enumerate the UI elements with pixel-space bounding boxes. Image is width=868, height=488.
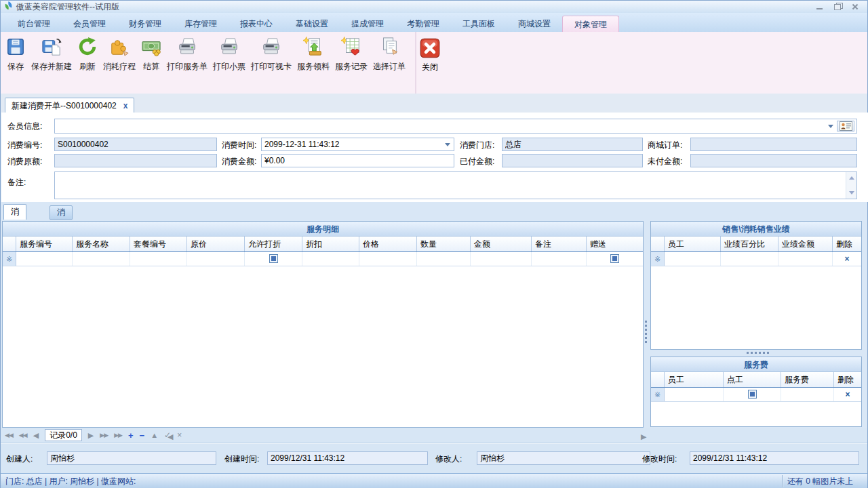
appointed-checkbox[interactable] <box>748 390 757 399</box>
fee-new-row[interactable]: ※ × <box>651 388 861 402</box>
service-records-button[interactable]: 服务记录 <box>332 33 370 74</box>
modify-time-label: 修改时间: <box>642 452 677 466</box>
menu-item-attendance[interactable]: 考勤管理 <box>395 16 451 32</box>
scroll-down-icon[interactable] <box>849 191 854 195</box>
menu-item-reports[interactable]: 报表中心 <box>229 16 284 32</box>
remark-input[interactable] <box>55 172 845 199</box>
select-order-button[interactable]: 选择订单 <box>370 33 408 74</box>
vertical-splitter[interactable] <box>645 321 648 343</box>
gift-checkbox[interactable] <box>610 254 619 263</box>
performance-header-row: 员工 业绩百分比 业绩金额 删除 <box>651 237 861 252</box>
document-tab-close-icon[interactable]: x <box>123 99 128 113</box>
col-delete[interactable]: 删除 <box>834 372 861 387</box>
service-materials-button[interactable]: 服务领料 <box>294 33 332 74</box>
service-new-row[interactable]: ※ <box>3 252 643 266</box>
minimize-icon[interactable] <box>814 3 825 11</box>
nav-delete-icon[interactable]: − <box>140 430 145 441</box>
col-remark[interactable]: 备注 <box>532 237 587 251</box>
chevron-down-icon[interactable] <box>445 143 450 146</box>
sales-performance-title: 销售\消耗销售业绩 <box>651 222 861 237</box>
restore-icon[interactable] <box>832 3 843 11</box>
consume-amount-field[interactable] <box>261 154 454 167</box>
member-info-combo[interactable] <box>54 119 857 134</box>
nav-prior-page-icon[interactable]: ◀◀ <box>19 432 27 439</box>
order-form: 会员信息: 消费编号: 消费时间: 2099-12-31 11:43:12 消费… <box>1 113 868 202</box>
consume-course-button[interactable]: 消耗疗程 <box>100 33 138 74</box>
document-tab-title: 新建消费开单--S0010000402 <box>12 99 117 113</box>
menu-item-tools[interactable]: 工具面板 <box>451 16 507 32</box>
col-gift[interactable]: 赠送 <box>587 237 643 251</box>
consume-time-field[interactable]: 2099-12-31 11:43:12 <box>261 138 454 151</box>
nav-next-page-icon[interactable]: ▶▶ <box>100 432 108 439</box>
tab-consume-service[interactable]: 消费服务 <box>3 204 26 220</box>
col-service-fee[interactable]: 服务费 <box>781 372 834 387</box>
nav-edit-icon[interactable]: ▲ <box>151 431 158 439</box>
save-button[interactable]: 保存 <box>3 33 28 74</box>
consume-amount-label: 消费金额: <box>222 155 256 168</box>
row-selector-header <box>651 372 665 387</box>
performance-new-row[interactable]: ※ × <box>651 252 861 266</box>
chevron-down-icon[interactable] <box>828 125 833 128</box>
save-and-new-button[interactable]: 保存并新建 <box>28 33 75 74</box>
window-title: 傲蓝美容院管理软件--试用版 <box>16 1 119 13</box>
menu-item-inventory[interactable]: 库存管理 <box>173 16 229 32</box>
menu-item-mall-settings[interactable]: 商城设置 <box>507 16 562 32</box>
remark-scrollbar[interactable] <box>846 172 856 199</box>
scroll-up-icon[interactable] <box>849 176 854 180</box>
col-service-no[interactable]: 服务编号 <box>16 237 73 251</box>
allow-discount-checkbox[interactable] <box>269 254 278 263</box>
menu-item-object-management[interactable]: 对象管理 <box>562 16 619 32</box>
settle-button[interactable]: 结算 <box>138 33 164 74</box>
print-visual-card-button[interactable]: 打印可视卡 <box>248 33 294 74</box>
nav-cancel-icon[interactable]: × <box>177 430 182 440</box>
print-service-sheet-button[interactable]: 打印服务单 <box>164 33 210 74</box>
status-upload-text: 还有 0 幅图片未上传。 <box>787 476 867 488</box>
col-perf-percent[interactable]: 业绩百分比 <box>721 237 778 251</box>
menu-item-basic-settings[interactable]: 基础设置 <box>284 16 340 32</box>
consume-no-label: 消费编号: <box>7 138 42 152</box>
tab-consume-product[interactable]: 消费产品 <box>50 205 73 220</box>
col-appointed[interactable]: 点工 <box>724 372 781 387</box>
print-receipt-button[interactable]: 打印小票 <box>210 33 248 74</box>
menu-item-finance[interactable]: 财务管理 <box>117 16 173 32</box>
col-employee[interactable]: 员工 <box>665 372 724 387</box>
hscroll-right-icon[interactable]: ▶ <box>641 432 646 441</box>
col-original-price[interactable]: 原价 <box>187 237 245 251</box>
col-package-no[interactable]: 套餐编号 <box>130 237 187 251</box>
delete-row-icon[interactable]: × <box>834 388 861 401</box>
sales-performance-panel: 销售\消耗销售业绩 员工 业绩百分比 业绩金额 删除 ※ × <box>650 221 862 350</box>
service-detail-panel: 服务明细 服务编号 服务名称 套餐编号 原价 允许打折 折扣 价格 数量 金额 … <box>2 221 644 428</box>
ribbon-toolbar: 保存 保存并新建 刷新 消耗疗程 结算 打印服务单 <box>1 32 867 94</box>
consume-store-field <box>502 138 643 151</box>
col-employee[interactable]: 员工 <box>665 237 721 251</box>
refresh-button[interactable]: 刷新 <box>75 33 100 74</box>
delete-row-icon[interactable]: × <box>833 252 861 266</box>
menu-item-commission[interactable]: 提成管理 <box>340 16 395 32</box>
horizontal-splitter[interactable] <box>747 352 769 355</box>
ribbon-tab-bar: 前台管理 会员管理 财务管理 库存管理 报表中心 基础设置 提成管理 考勤管理 … <box>1 13 867 32</box>
col-quantity[interactable]: 数量 <box>417 237 471 251</box>
col-perf-amount[interactable]: 业绩金额 <box>778 237 833 251</box>
document-tab[interactable]: 新建消费开单--S0010000402 x <box>5 98 134 113</box>
modify-time-field <box>690 451 859 465</box>
original-amount-field <box>54 154 217 167</box>
nav-prior-icon[interactable]: ◀ <box>33 431 39 440</box>
col-price[interactable]: 价格 <box>359 237 417 251</box>
col-discount[interactable]: 折扣 <box>302 237 359 251</box>
close-window-icon[interactable] <box>850 3 861 11</box>
close-tab-button[interactable]: 关闭 <box>418 37 441 73</box>
member-info-input[interactable] <box>55 119 856 133</box>
col-service-name[interactable]: 服务名称 <box>73 237 130 251</box>
remark-box <box>54 171 857 199</box>
menu-item-front-desk[interactable]: 前台管理 <box>6 16 62 32</box>
col-amount[interactable]: 金额 <box>471 237 532 251</box>
nav-last-icon[interactable]: ▶▶ <box>114 432 122 439</box>
nav-insert-icon[interactable]: + <box>128 430 134 441</box>
hscroll-left-icon[interactable]: ◀ <box>167 432 173 441</box>
col-delete[interactable]: 删除 <box>833 237 861 251</box>
nav-next-icon[interactable]: ▶ <box>88 431 94 440</box>
member-card-button[interactable] <box>837 121 854 131</box>
col-allow-discount[interactable]: 允许打折 <box>245 237 302 251</box>
menu-item-members[interactable]: 会员管理 <box>62 16 117 32</box>
nav-first-icon[interactable]: ◀◀ <box>5 432 13 439</box>
